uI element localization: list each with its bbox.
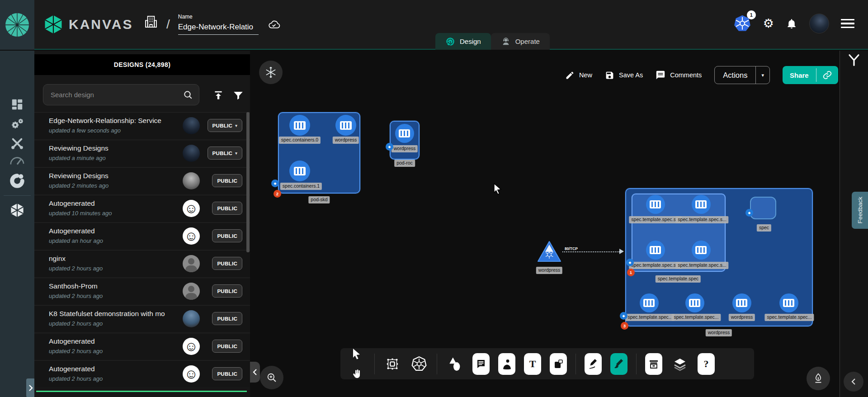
collapse-panel-button[interactable] <box>250 362 260 383</box>
hamburger-menu-icon[interactable] <box>841 19 854 28</box>
zoom-in-button[interactable] <box>260 366 283 389</box>
error-count-badge[interactable]: 2 <box>274 190 281 198</box>
container-node[interactable] <box>640 293 659 312</box>
save-as-button[interactable]: Save As <box>605 71 643 80</box>
design-visibility-badge[interactable]: PUBLIC <box>212 312 242 325</box>
service-node[interactable] <box>536 240 562 265</box>
merge-y-icon <box>847 53 861 67</box>
comment-icon <box>656 70 665 80</box>
pod-badge-icon[interactable]: ◆ <box>620 312 627 320</box>
layer5-logo[interactable] <box>0 0 34 50</box>
new-button[interactable]: New <box>565 71 592 80</box>
sidebar-item-performance[interactable] <box>0 155 34 166</box>
actions-dropdown-button[interactable]: ▾ <box>756 66 769 84</box>
search-icon[interactable] <box>183 90 193 100</box>
shapes-tool[interactable] <box>446 355 464 373</box>
kubernetes-tool[interactable] <box>410 355 428 373</box>
kanvas-brand[interactable]: KANVAS <box>43 14 133 35</box>
media-tool[interactable] <box>498 353 515 375</box>
tab-operate[interactable]: Operate <box>491 33 550 50</box>
error-count-badge[interactable]: 3 <box>621 322 628 330</box>
container-node[interactable] <box>732 293 751 312</box>
drawer-tool[interactable] <box>645 353 662 375</box>
network-edge[interactable] <box>562 251 621 252</box>
text-tool[interactable]: T <box>524 353 541 375</box>
container-node[interactable] <box>646 241 665 260</box>
design-visibility-badge[interactable]: PUBLIC <box>212 367 242 380</box>
comment-tool[interactable] <box>472 353 490 375</box>
version-merge-button[interactable] <box>847 53 861 69</box>
panel-scrollbar[interactable] <box>246 112 250 252</box>
pod-badge-icon[interactable]: ◆ <box>626 259 634 266</box>
design-visibility-badge[interactable]: PUBLIC▾ <box>208 147 242 160</box>
design-list-item[interactable]: nginxupdated 2 hours agoPUBLIC <box>34 250 250 277</box>
design-list-item[interactable]: Reviewing Designsupdated a minute agoPUB… <box>34 140 250 166</box>
container-node[interactable] <box>646 195 665 214</box>
design-visibility-badge[interactable]: PUBLIC <box>212 202 242 215</box>
components-tool[interactable] <box>383 355 401 373</box>
pen-nib-button[interactable] <box>807 367 830 390</box>
design-list-item[interactable]: Reviewing Designsupdated 2 minutes agoPU… <box>34 167 250 194</box>
import-design-button[interactable] <box>212 90 224 103</box>
kubernetes-context-button[interactable]: 1 <box>733 14 751 33</box>
layers-tool[interactable] <box>671 355 689 373</box>
design-list-item[interactable]: Autogeneratedupdated an hour ago☺PUBLIC <box>34 222 250 249</box>
brush-tool-active[interactable] <box>610 353 627 375</box>
design-updated: updated 10 minutes ago <box>49 210 112 217</box>
share-button[interactable]: Share <box>783 66 816 84</box>
container-node[interactable] <box>779 293 798 312</box>
design-list-item[interactable]: Autogeneratedupdated 2 hours ago☺PUBLIC <box>34 333 250 359</box>
design-visibility-badge[interactable]: PUBLIC <box>212 340 242 353</box>
expand-sidebar-button[interactable] <box>26 378 35 397</box>
spec-node[interactable] <box>750 197 776 219</box>
container-node[interactable] <box>395 124 414 143</box>
frame-tool[interactable] <box>550 353 567 375</box>
sidebar-item-meshery[interactable] <box>0 173 34 189</box>
search-input[interactable] <box>51 91 183 99</box>
feedback-tab[interactable]: Feedback <box>852 192 868 229</box>
actions-button[interactable]: Actions <box>715 66 755 84</box>
settings-button[interactable]: ⚙ <box>763 18 774 30</box>
app-name: KANVAS <box>69 17 133 32</box>
snowflake-button[interactable] <box>259 61 283 84</box>
design-list-item[interactable]: Santhosh-Promupdated 2 hours agoPUBLIC <box>34 278 250 304</box>
comments-button[interactable]: Comments <box>656 70 702 80</box>
design-list-item[interactable]: Edge-Network-Relationship: Serviceupdate… <box>34 112 250 139</box>
sidebar-item-lifecycle[interactable] <box>0 117 34 132</box>
design-visibility-badge[interactable]: PUBLIC <box>212 284 242 298</box>
pod-badge-icon[interactable]: ◆ <box>386 143 393 151</box>
comment-lines-icon <box>476 359 486 369</box>
notifications-button[interactable] <box>786 17 797 30</box>
select-arrow-tool[interactable] <box>348 345 366 363</box>
design-list-item[interactable]: K8 Statefulset demonstration with moupda… <box>34 305 250 332</box>
operate-tab-icon <box>501 37 511 47</box>
sidebar-item-dashboard[interactable] <box>0 98 34 111</box>
copy-link-button[interactable] <box>816 66 838 84</box>
container-node[interactable] <box>335 115 356 136</box>
pod-badge-icon[interactable]: ◆ <box>745 209 753 217</box>
pan-hand-tool[interactable] <box>348 365 366 383</box>
error-count-badge[interactable]: 1 <box>627 269 635 276</box>
design-visibility-badge[interactable]: PUBLIC <box>212 229 242 242</box>
help-tool[interactable]: ? <box>698 353 715 375</box>
design-list-item[interactable]: Autogeneratedupdated 2 hours ago☺PUBLIC <box>34 360 250 387</box>
container-node[interactable] <box>289 115 310 136</box>
container-node[interactable] <box>685 293 704 312</box>
tab-design[interactable]: Design <box>435 33 491 50</box>
container-node[interactable] <box>692 241 711 260</box>
sidebar-item-kanvas[interactable] <box>0 202 34 218</box>
filter-designs-button[interactable] <box>232 90 244 103</box>
pen-tool[interactable] <box>585 353 602 375</box>
container-node[interactable] <box>289 161 310 181</box>
design-visibility-badge[interactable]: PUBLIC <box>212 257 242 270</box>
design-visibility-badge[interactable]: PUBLIC <box>212 174 242 187</box>
design-name-input[interactable] <box>178 22 259 35</box>
design-visibility-badge[interactable]: PUBLIC▾ <box>208 119 242 132</box>
collapse-right-rail-button[interactable] <box>844 372 863 392</box>
sidebar-item-configuration[interactable] <box>0 136 34 151</box>
user-avatar[interactable] <box>809 14 829 33</box>
container-node[interactable] <box>692 195 711 214</box>
design-list-item[interactable]: Autogeneratedupdated 10 minutes ago☺PUBL… <box>34 195 250 222</box>
organization-building-icon[interactable] <box>144 14 158 30</box>
pod-badge-icon[interactable]: ◆ <box>271 180 279 187</box>
